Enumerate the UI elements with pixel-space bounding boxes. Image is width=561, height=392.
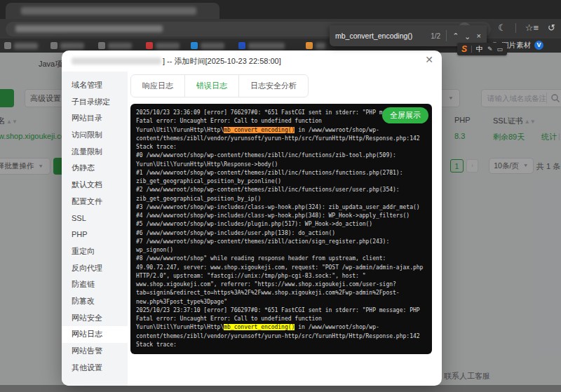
bookmark-item[interactable] <box>50 41 84 50</box>
log-line: #5 /www/wwwroot/shop/wp-includes/plugin.… <box>136 220 426 229</box>
blurred-bookmark <box>316 43 325 49</box>
site-settings-modal: ] -- 添加时间[2025-10-23 22:58:00] ✕ 域名管理子目录… <box>62 50 442 386</box>
sidebar-item-网站安全[interactable]: 网站安全 <box>62 310 128 327</box>
ime-bar[interactable]: S 中 ✎ ▭ <box>457 43 507 55</box>
log-line: #3 /www/wwwroot/shop/wp-includes/class-w… <box>136 203 426 212</box>
sidebar-item-伪静态[interactable]: 伪静态 <box>62 160 128 177</box>
sidebar-item-PHP[interactable]: PHP <box>62 227 128 243</box>
fullscreen-button[interactable]: 全屏展示 <box>382 107 428 123</box>
modal-sidebar: 域名管理子目录绑定网站目录访问限制流量限制伪静态默认文档配置文件SSLPHP重定… <box>62 72 128 386</box>
favicon <box>146 42 153 49</box>
favicon <box>306 42 313 49</box>
blurred-bookmark <box>108 43 132 49</box>
favicon <box>98 42 105 49</box>
find-close-icon[interactable]: × <box>477 32 481 40</box>
log-line: #7 /www/wwwroot/shop/wp-content/themes/z… <box>136 238 426 246</box>
browser-tabstrip <box>0 0 561 19</box>
bookmark-item[interactable] <box>238 41 285 50</box>
sidebar-item-防篡改[interactable]: 防篡改 <box>62 293 128 310</box>
screen: A文 ☆ ☾ ☆≡ ↺ 图片素材 V mb_convert_encoding()… <box>0 0 561 392</box>
ime-mode-chinese[interactable]: 中 <box>476 44 483 54</box>
sidebar-item-域名管理[interactable]: 域名管理 <box>62 77 128 94</box>
blurred-bookmark <box>156 43 180 49</box>
history-icon[interactable]: ↺ <box>548 22 555 33</box>
close-icon[interactable]: ✕ <box>425 55 433 65</box>
log-line: Stack trace: <box>136 143 426 151</box>
bookmark-item[interactable] <box>191 41 224 50</box>
log-line: content/themes/zibll/vendor/yurunsoft/yu… <box>136 135 426 143</box>
sidebar-item-子目录绑定[interactable]: 子目录绑定 <box>62 94 128 111</box>
find-divider <box>446 30 447 41</box>
ime-pen-icon[interactable]: ✎ <box>487 46 493 53</box>
log-line: Fatal error: Uncaught Error: Call to und… <box>136 315 426 323</box>
sogou-logo-icon: S <box>461 44 467 54</box>
tab-日志安全分析[interactable]: 日志安全分析 <box>239 75 308 97</box>
sidebar-item-反向代理[interactable]: 反向代理 <box>62 260 128 277</box>
log-line: tab=signin&redirect_to=https%3A%2F%2Fwww… <box>136 289 426 297</box>
find-highlight: mb_convert_encoding() <box>224 127 295 133</box>
log-line: new.php%3Fpost_type%3Dpage" <box>136 298 426 306</box>
tab-错误日志[interactable]: 错误日志 <box>185 75 239 97</box>
find-prev-icon[interactable]: ⌃ <box>452 32 459 40</box>
sidebar-item-防盗链[interactable]: 防盗链 <box>62 276 128 293</box>
blurred-bookmark <box>201 43 224 49</box>
bookmark-item[interactable] <box>98 41 132 50</box>
favicon <box>50 42 58 49</box>
ime-keyboard-icon[interactable]: ▭ <box>497 46 503 53</box>
favorites-list-icon[interactable]: ☆≡ <box>525 22 539 33</box>
log-line: #4 /www/wwwroot/shop/wp-includes/class-w… <box>136 212 426 220</box>
sidebar-item-流量限制[interactable]: 流量限制 <box>62 144 128 161</box>
log-line: Stack trace: <box>136 341 426 349</box>
find-query[interactable]: mb_convert_encoding() <box>335 32 425 40</box>
log-line: content/themes/zibll/vendor/yurunsoft/yu… <box>136 332 426 341</box>
log-line: Yurun\Util\YurunHttp\Http\mb_convert_enc… <box>136 126 426 135</box>
blurred-url <box>15 25 163 32</box>
log-line: Yurun\Util\YurunHttp\Http\mb_convert_enc… <box>136 323 426 332</box>
log-line: #8 /www/wwwroot/shop" while reading resp… <box>136 255 426 263</box>
blurred-bookmark <box>14 43 38 49</box>
modal-title-suffix: ] -- 添加时间[2025-10-23 22:58:00] <box>163 56 281 67</box>
bookmark-item[interactable] <box>146 41 180 50</box>
find-next-icon[interactable]: ⌃ <box>464 32 471 40</box>
favicon <box>191 42 198 49</box>
blurred-tab-title <box>21 7 196 15</box>
blurred-bookmark <box>248 43 285 49</box>
favicon <box>238 42 245 49</box>
log-line: #2 /www/wwwroot/shop/wp-content/themes/z… <box>136 186 426 194</box>
bookmark-item[interactable] <box>4 41 38 50</box>
log-lines: 2025/10/23 23:36:09 [error] 766297#0: *6… <box>136 109 426 349</box>
log-line: HTTP/2.0", upstream: "fastcgi://unix:/tm… <box>136 272 426 281</box>
sidebar-item-配置文件[interactable]: 配置文件 <box>62 194 128 210</box>
log-line: 2025/10/23 23:37:10 [error] 766297#0: *6… <box>136 306 426 315</box>
ime-divider <box>471 46 472 53</box>
log-line: zib_get_geographical_position_by_ip() <box>136 195 426 203</box>
sidebar-item-访问限制[interactable]: 访问限制 <box>62 127 128 144</box>
modal-content: 响应日志错误日志日志安全分析 2025/10/23 23:36:09 [erro… <box>128 72 442 386</box>
sidebar-item-网站告警[interactable]: 网站告警 <box>62 343 128 360</box>
sidebar-item-SSL[interactable]: SSL <box>62 210 128 227</box>
sidebar-item-网站目录[interactable]: 网站目录 <box>62 110 128 127</box>
toolbar-divider <box>515 23 516 33</box>
browser-essentials-icon[interactable]: ☾ <box>498 22 506 33</box>
favicon <box>4 42 11 49</box>
error-log-box[interactable]: 2025/10/23 23:36:09 [error] 766297#0: *6… <box>130 104 432 354</box>
log-line: www.shop.xigoukeji.com", referrer: "http… <box>136 281 426 289</box>
sidebar-item-其他设置[interactable]: 其他设置 <box>62 360 128 377</box>
sidebar-item-网站日志[interactable]: 网站日志 <box>62 326 128 343</box>
log-line: Yurun\Util\YurunHttp\Http\Response->body… <box>136 161 426 169</box>
blurred-bookmark <box>60 43 84 49</box>
bookmark-item-v[interactable]: V <box>534 41 543 50</box>
sidebar-item-默认文档[interactable]: 默认文档 <box>62 177 128 194</box>
find-highlight: mb_convert_encoding() <box>224 324 295 330</box>
bookmark-item[interactable] <box>306 41 325 50</box>
v-favicon: V <box>534 41 543 50</box>
modal-header: ] -- 添加时间[2025-10-23 22:58:00] ✕ <box>62 50 442 72</box>
browser-tab[interactable] <box>6 3 219 19</box>
tab-响应日志[interactable]: 响应日志 <box>131 75 185 97</box>
log-tabs: 响应日志错误日志日志安全分析 <box>130 74 309 97</box>
log-line: 49.90.72.247, server: www.shop.xigoukeji… <box>136 264 426 272</box>
blurred-site-name <box>72 58 161 65</box>
log-line: #6 /www/wwwroot/shop/wp-includes/user.ph… <box>136 229 426 238</box>
sidebar-item-重定向[interactable]: 重定向 <box>62 243 128 260</box>
log-line: wp_signon() <box>136 246 426 255</box>
